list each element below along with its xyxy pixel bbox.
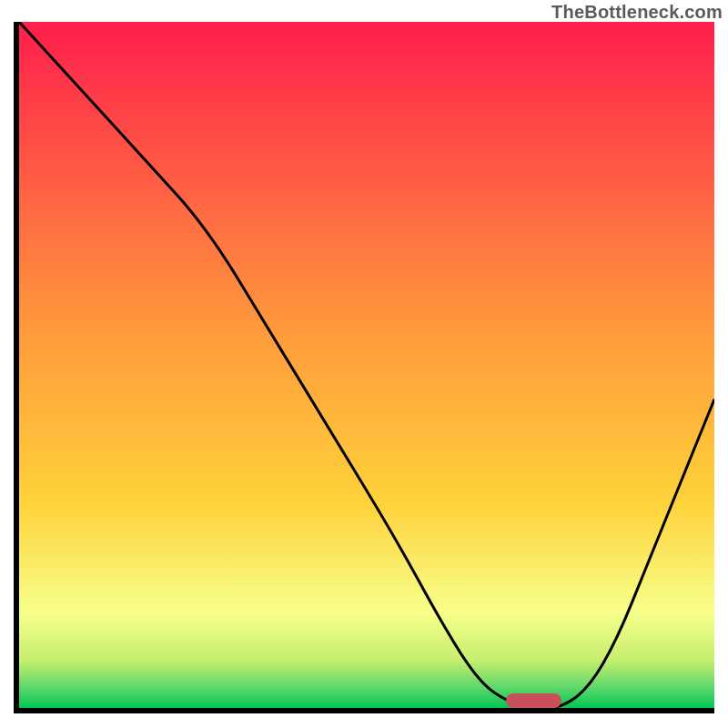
- bottleneck-curve: [19, 22, 714, 708]
- curve-layer: [19, 22, 714, 708]
- watermark-text: TheBottleneck.com: [551, 2, 723, 23]
- chart-frame: TheBottleneck.com: [0, 0, 728, 728]
- optimal-marker: [506, 693, 561, 708]
- plot-area: [14, 22, 714, 713]
